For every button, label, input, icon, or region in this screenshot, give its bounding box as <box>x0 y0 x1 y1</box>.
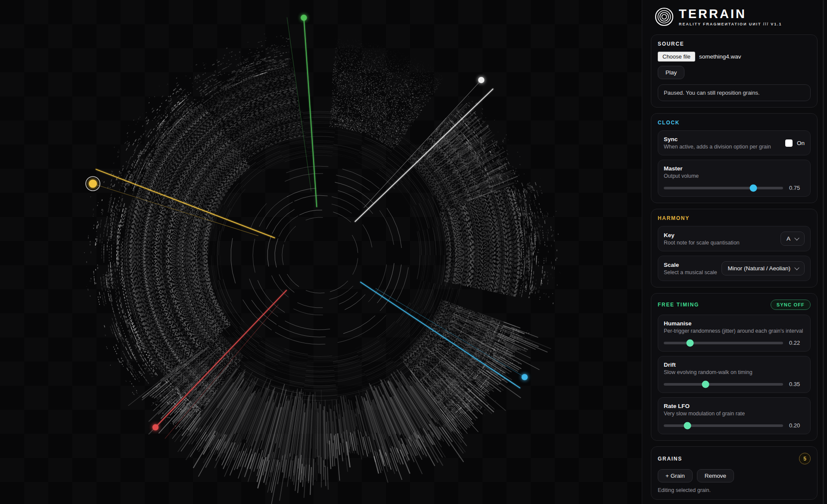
humanise-value: 0.22 <box>789 340 805 346</box>
key-card: Key Root note for scale quantisation A <box>658 226 811 251</box>
source-title: SOURCE <box>658 41 811 47</box>
section-clock: CLOCK Sync When active, adds a division … <box>651 113 818 203</box>
choose-file-button[interactable]: Choose file <box>658 52 695 62</box>
sync-label: Sync <box>664 136 771 142</box>
humanise-label: Humanise <box>664 320 805 327</box>
scale-select-value: Minor (Natural / Aeolian) <box>728 265 790 272</box>
section-harmony: HARMONY Key Root note for scale quantisa… <box>651 209 818 288</box>
rate-lfo-card: Rate LFO Very slow modulation of grain r… <box>658 397 811 434</box>
humanise-slider-thumb[interactable] <box>686 339 693 346</box>
master-volume-slider[interactable] <box>664 187 783 189</box>
drift-slider-thumb[interactable] <box>702 380 709 388</box>
grains-title: GRAINS <box>658 456 682 462</box>
master-description: Output volume <box>664 173 805 179</box>
humanise-slider[interactable] <box>664 342 783 344</box>
control-panel: TERRAIN REALITY FRAGMEИTATIOИ UИIT /// V… <box>642 0 827 504</box>
sync-checkbox[interactable] <box>785 139 793 147</box>
drift-description: Slow evolving random-walk on timing <box>664 369 805 375</box>
key-select[interactable]: A <box>780 232 805 246</box>
master-volume-value: 0.75 <box>789 185 805 191</box>
app-title: TERRAIN <box>679 8 782 20</box>
section-grains: GRAINS 5 + Grain Remove Editing selected… <box>651 446 818 500</box>
sync-toggle-label: On <box>797 140 805 146</box>
rate-lfo-label: Rate LFO <box>664 403 805 409</box>
scale-card: Scale Select a musical scale Minor (Natu… <box>658 256 811 281</box>
master-card: Master Output volume 0.75 <box>658 160 811 197</box>
sync-off-badge: SYNC OFF <box>771 300 811 310</box>
sync-description: When active, adds a division option per … <box>664 144 771 150</box>
humanise-description: Per-trigger randomness (jitter) around e… <box>664 328 805 334</box>
rate-lfo-slider[interactable] <box>664 424 783 427</box>
master-label: Master <box>664 165 805 172</box>
app-tagline: REALITY FRAGMEИTATIOИ UИIT /// V1.1 <box>679 22 782 26</box>
section-source: SOURCE Choose file something4.wav Play P… <box>651 34 818 108</box>
scale-select[interactable]: Minor (Natural / Aeolian) <box>721 261 805 275</box>
section-free-timing: FREE TIMING SYNC OFF Humanise Per-trigge… <box>651 293 818 441</box>
drift-card: Drift Slow evolving random-walk on timin… <box>658 356 811 393</box>
rate-lfo-description: Very slow modulation of grain rate <box>664 411 805 417</box>
terrain-logo-icon <box>654 7 674 27</box>
playback-status: Paused. You can still reposition grains. <box>658 84 811 101</box>
grain-visualization-canvas[interactable] <box>0 0 642 504</box>
drift-label: Drift <box>664 362 805 368</box>
rate-lfo-slider-thumb[interactable] <box>684 422 691 429</box>
master-volume-slider-thumb[interactable] <box>749 184 757 192</box>
clock-title: CLOCK <box>658 120 811 126</box>
drift-value: 0.35 <box>789 381 805 387</box>
drift-slider[interactable] <box>664 383 783 386</box>
scale-description: Select a musical scale <box>664 269 717 275</box>
remove-grain-button[interactable]: Remove <box>697 469 734 482</box>
grain-visualization-area <box>0 0 642 504</box>
app-header: TERRAIN REALITY FRAGMEИTATIOИ UИIT /// V… <box>654 7 818 27</box>
harmony-title: HARMONY <box>658 215 811 221</box>
key-label: Key <box>664 232 740 238</box>
grains-status: Editing selected grain. <box>658 487 811 493</box>
grain-count-badge: 5 <box>799 453 811 464</box>
humanise-card: Humanise Per-trigger randomness (jitter)… <box>658 315 811 352</box>
add-grain-button[interactable]: + Grain <box>658 469 693 482</box>
key-select-value: A <box>787 235 790 242</box>
file-name: something4.wav <box>699 53 741 60</box>
chevron-down-icon <box>794 265 799 270</box>
scale-label: Scale <box>664 262 717 268</box>
chevron-down-icon <box>794 235 799 240</box>
key-description: Root note for scale quantisation <box>664 240 740 246</box>
free-timing-title: FREE TIMING <box>658 302 699 308</box>
rate-lfo-value: 0.20 <box>789 422 805 429</box>
play-button[interactable]: Play <box>658 66 684 79</box>
sync-card: Sync When active, adds a division option… <box>658 130 811 155</box>
